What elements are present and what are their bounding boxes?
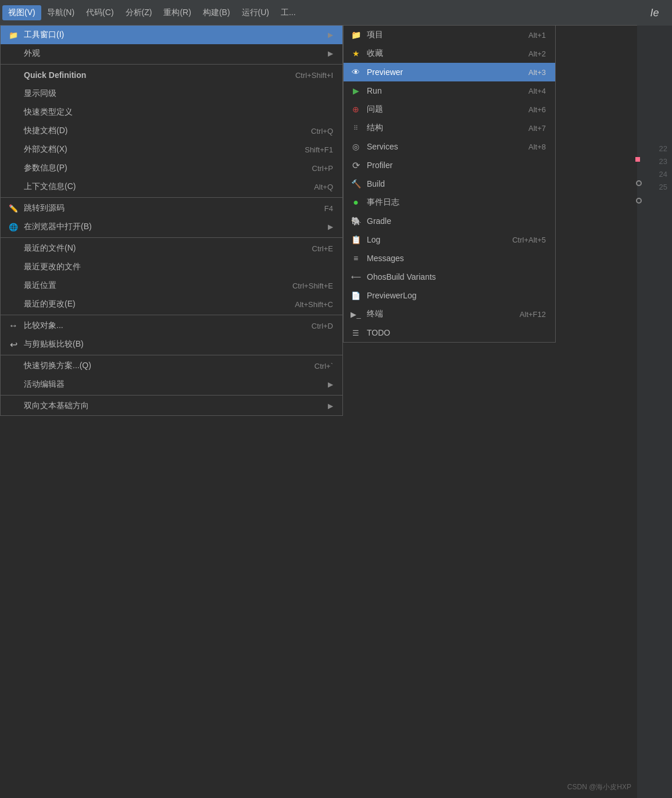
sub-menu-event-log[interactable]: ● 事件日志: [344, 193, 555, 212]
main-dropdown-menu: 📁 工具窗口(I) ▶ 外观 ▶ Quick Definition Ctrl+S…: [0, 26, 343, 416]
line-numbers-panel: 22 23 24 25: [637, 26, 672, 798]
menu-nav[interactable]: 导航(N): [41, 5, 80, 20]
menu-recent-location[interactable]: 最近位置 Ctrl+Shift+E: [1, 276, 342, 295]
line-num-25: 25: [655, 180, 672, 193]
sub-menu-services[interactable]: ◎ Services Alt+8: [344, 137, 555, 156]
menu-recent-changed[interactable]: 最近更改的文件: [1, 258, 342, 276]
menu-context-info-shortcut: Alt+Q: [314, 183, 333, 191]
menu-analyze[interactable]: 分析(Z): [120, 5, 158, 20]
sub-menu-ohos-build[interactable]: ⟵ OhosBuild Variants: [344, 268, 555, 286]
sub-menu-terminal[interactable]: ▶_ 终端 Alt+F12: [344, 305, 555, 323]
sub-menu-favorites[interactable]: ★ 收藏 Alt+2: [344, 44, 555, 63]
sub-menu-todo[interactable]: ☰ TODO: [344, 323, 555, 342]
menu-quick-def-shortcut: Ctrl+Shift+I: [295, 71, 333, 80]
menubar: 视图(V) 导航(N) 代码(C) 分析(Z) 重构(R) 构建(B) 运行(U…: [0, 0, 672, 26]
compare-obj-icon: ↔: [8, 320, 19, 332]
sub-menu-profiler[interactable]: ⟳ Profiler: [344, 156, 555, 174]
sub-log-shortcut: Ctrl+Alt+5: [512, 236, 546, 244]
menu-tool-windows[interactable]: 📁 工具窗口(I) ▶: [1, 26, 342, 44]
menu-view[interactable]: 视图(V): [2, 5, 41, 20]
run-icon: ▶: [349, 84, 362, 97]
sub-build-label: Build: [367, 179, 546, 188]
menu-param-info[interactable]: 参数信息(P) Ctrl+P: [1, 159, 342, 177]
sub-previewer-shortcut: Alt+3: [528, 68, 546, 77]
sub-ohos-build-label: OhosBuild Variants: [367, 272, 546, 282]
project-icon: 📁: [349, 28, 362, 41]
menu-recent-files[interactable]: 最近的文件(N) Ctrl+E: [1, 239, 342, 258]
sub-previewer-label: Previewer: [367, 67, 528, 77]
sub-terminal-label: 终端: [367, 309, 520, 319]
appearance-arrow: ▶: [328, 49, 333, 58]
menu-active-editor[interactable]: 活动编辑器 ▶: [1, 375, 342, 394]
menu-compare-obj-label: 比较对象...: [24, 320, 300, 331]
menu-quick-doc[interactable]: 快捷文档(D) Ctrl+Q: [1, 122, 342, 140]
build-icon: 🔨: [349, 177, 362, 190]
menu-quick-def[interactable]: Quick Definition Ctrl+Shift+I: [1, 66, 342, 84]
menu-quick-switch[interactable]: 快速切换方案...(Q) Ctrl+`: [1, 357, 342, 375]
favorites-icon: ★: [349, 47, 362, 60]
services-icon: ◎: [349, 140, 362, 153]
sub-run-shortcut: Alt+4: [528, 87, 546, 95]
sub-menu-problems[interactable]: ⊕ 问题 Alt+6: [344, 100, 555, 119]
sub-dropdown-menu: 📁 项目 Alt+1 ★ 收藏 Alt+2 👁 Previewer Alt+3 …: [343, 26, 556, 343]
sub-todo-label: TODO: [367, 328, 546, 337]
sub-menu-previewer[interactable]: 👁 Previewer Alt+3: [344, 63, 555, 81]
menu-bidi[interactable]: 双向文本基础方向 ▶: [1, 397, 342, 415]
menu-jump-source-label: 跳转到源码: [24, 203, 313, 213]
separator-5: [1, 355, 342, 355]
jump-source-icon: ✏️: [8, 202, 19, 214]
sub-menu-messages[interactable]: ≡ Messages: [344, 249, 555, 268]
gradle-icon: 🐘: [349, 215, 362, 227]
sub-terminal-shortcut: Alt+F12: [520, 310, 546, 319]
sub-previewer-log-label: PreviewerLog: [367, 291, 546, 300]
sub-menu-previewer-log[interactable]: 📄 PreviewerLog: [344, 286, 555, 305]
menu-tools[interactable]: 工...: [275, 5, 302, 20]
sub-menu-run[interactable]: ▶ Run Alt+4: [344, 81, 555, 100]
menu-code[interactable]: 代码(C): [80, 5, 119, 20]
menu-build[interactable]: 构建(B): [197, 5, 236, 20]
menu-open-browser[interactable]: 🌐 在浏览器中打开(B) ▶: [1, 218, 342, 236]
menu-recent-changes-label: 最近的更改(E): [24, 299, 283, 309]
sub-favorites-shortcut: Alt+2: [528, 49, 546, 58]
menu-quick-type-label: 快速类型定义: [24, 107, 333, 117]
menu-jump-source[interactable]: ✏️ 跳转到源码 F4: [1, 199, 342, 218]
menu-context-info-label: 上下文信息(C): [24, 181, 302, 192]
sub-gradle-label: Gradle: [367, 216, 546, 226]
menu-run[interactable]: 运行(U): [236, 5, 275, 20]
menu-refactor[interactable]: 重构(R): [158, 5, 196, 20]
scroll-dot-2: [636, 198, 642, 204]
menu-recent-changes-shortcut: Alt+Shift+C: [295, 300, 333, 309]
sub-problems-shortcut: Alt+6: [528, 105, 546, 114]
line-num-23: 23: [655, 155, 672, 168]
menu-compare-obj[interactable]: ↔ 比较对象... Ctrl+D: [1, 316, 342, 335]
sub-menu-log[interactable]: 📋 Log Ctrl+Alt+5: [344, 230, 555, 249]
structure-icon: ⠿: [349, 122, 362, 134]
menu-appearance-label: 外观: [24, 48, 323, 59]
sub-menu-gradle[interactable]: 🐘 Gradle: [344, 212, 555, 230]
separator-2: [1, 197, 342, 198]
menu-quick-switch-shortcut: Ctrl+`: [314, 362, 333, 370]
bidi-arrow: ▶: [328, 402, 333, 410]
menu-appearance[interactable]: 外观 ▶: [1, 44, 342, 63]
sub-run-label: Run: [367, 86, 528, 95]
menu-quick-def-label: Quick Definition: [24, 70, 284, 80]
menu-show-siblings[interactable]: 显示同级: [1, 84, 342, 103]
menu-compare-clipboard[interactable]: ↩ 与剪贴板比较(B): [1, 335, 342, 354]
top-right-text: Ie: [650, 7, 659, 19]
pink-scroll-indicator: [635, 157, 640, 162]
menu-ext-doc-shortcut: Shift+F1: [305, 145, 333, 154]
open-browser-arrow: ▶: [328, 223, 333, 231]
previewer-icon: 👁: [349, 66, 362, 79]
menu-quick-switch-label: 快速切换方案...(Q): [24, 361, 303, 371]
compare-clipboard-icon: ↩: [8, 339, 19, 350]
sub-menu-project[interactable]: 📁 项目 Alt+1: [344, 26, 555, 44]
menu-quick-type[interactable]: 快速类型定义: [1, 103, 342, 122]
menu-recent-location-shortcut: Ctrl+Shift+E: [292, 282, 333, 290]
sub-menu-build[interactable]: 🔨 Build: [344, 174, 555, 193]
menu-recent-changes[interactable]: 最近的更改(E) Alt+Shift+C: [1, 295, 342, 314]
menu-ext-doc[interactable]: 外部文档(X) Shift+F1: [1, 140, 342, 159]
sub-menu-structure[interactable]: ⠿ 结构 Alt+7: [344, 119, 555, 137]
menu-ext-doc-label: 外部文档(X): [24, 144, 293, 155]
menu-context-info[interactable]: 上下文信息(C) Alt+Q: [1, 177, 342, 196]
menu-quick-doc-label: 快捷文档(D): [24, 126, 299, 136]
